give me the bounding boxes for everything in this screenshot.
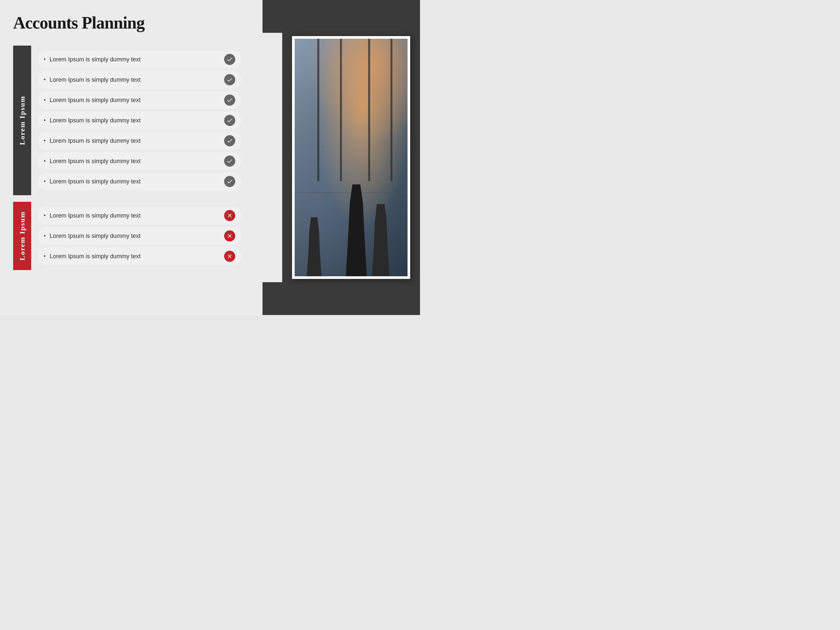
list-item: • Lorem Ipsum is simply dummy text	[38, 112, 241, 129]
page: Accounts Planning Lorem Ipsum • Lorem Ip…	[0, 0, 420, 315]
check-icon-7	[224, 176, 235, 187]
bullet-icon: •	[44, 56, 46, 63]
item-text: Lorem Ipsum is simply dummy text	[49, 117, 220, 124]
bullet-icon: •	[44, 178, 46, 185]
section-red-wrapper: Lorem Ipsum • Lorem Ipsum is simply dumm…	[13, 202, 282, 270]
window-line-1	[317, 39, 319, 181]
page-title: Accounts Planning	[13, 13, 282, 33]
item-text: Lorem Ipsum is simply dummy text	[49, 158, 220, 165]
main-content: Accounts Planning Lorem Ipsum • Lorem Ip…	[0, 0, 282, 315]
check-icon-2	[224, 74, 235, 85]
check-icon-3	[224, 95, 235, 106]
gap	[13, 195, 282, 202]
item-text: Lorem Ipsum is simply dummy text	[49, 137, 220, 144]
photo-frame	[292, 36, 410, 279]
window-line-4	[390, 39, 392, 181]
item-text: Lorem Ipsum is simply dummy text	[49, 233, 220, 240]
check-icon-4	[224, 115, 235, 126]
x-icon-3	[224, 251, 235, 262]
item-text: Lorem Ipsum is simply dummy text	[49, 178, 220, 185]
item-text: Lorem Ipsum is simply dummy text	[49, 76, 220, 83]
bullet-icon: •	[44, 233, 46, 240]
item-text: Lorem Ipsum is simply dummy text	[49, 56, 220, 63]
list-item: • Lorem Ipsum is simply dummy text	[38, 172, 241, 190]
x-icon-2	[224, 231, 235, 242]
office-photo	[295, 39, 407, 276]
bullet-icon: •	[44, 137, 46, 144]
window-line-2	[340, 39, 342, 181]
office-background	[295, 39, 407, 276]
list-item: • Lorem Ipsum is simply dummy text	[38, 207, 241, 224]
check-icon-6	[224, 156, 235, 167]
bullet-icon: •	[44, 117, 46, 124]
list-items-red: • Lorem Ipsum is simply dummy text • Lor…	[31, 202, 282, 270]
list-item: • Lorem Ipsum is simply dummy text	[38, 51, 241, 68]
bullet-icon: •	[44, 76, 46, 83]
window-line-3	[368, 39, 370, 181]
check-icon-1	[224, 54, 235, 65]
sidebar-label-dark: Lorem Ipsum	[13, 46, 31, 195]
item-text: Lorem Ipsum is simply dummy text	[49, 253, 220, 260]
floor-line	[295, 192, 407, 193]
item-text: Lorem Ipsum is simply dummy text	[49, 212, 220, 219]
bullet-icon: •	[44, 212, 46, 219]
list-item: • Lorem Ipsum is simply dummy text	[38, 71, 241, 88]
sidebar-label-red: Lorem Ipsum	[13, 202, 31, 270]
list-item: • Lorem Ipsum is simply dummy text	[38, 152, 241, 170]
list-items-green: • Lorem Ipsum is simply dummy text • Lor…	[31, 46, 282, 195]
list-item: • Lorem Ipsum is simply dummy text	[38, 227, 241, 245]
right-panel	[282, 0, 420, 315]
x-icon-1	[224, 210, 235, 221]
section-green-wrapper: Lorem Ipsum • Lorem Ipsum is simply dumm…	[13, 46, 282, 195]
list-item: • Lorem Ipsum is simply dummy text	[38, 91, 241, 109]
bullet-icon: •	[44, 158, 46, 165]
check-icon-5	[224, 135, 235, 146]
bullet-icon: •	[44, 253, 46, 260]
bullet-icon: •	[44, 97, 46, 104]
list-item: • Lorem Ipsum is simply dummy text	[38, 132, 241, 150]
list-item: • Lorem Ipsum is simply dummy text	[38, 248, 241, 265]
item-text: Lorem Ipsum is simply dummy text	[49, 97, 220, 104]
lists-container: Lorem Ipsum • Lorem Ipsum is simply dumm…	[13, 46, 282, 270]
